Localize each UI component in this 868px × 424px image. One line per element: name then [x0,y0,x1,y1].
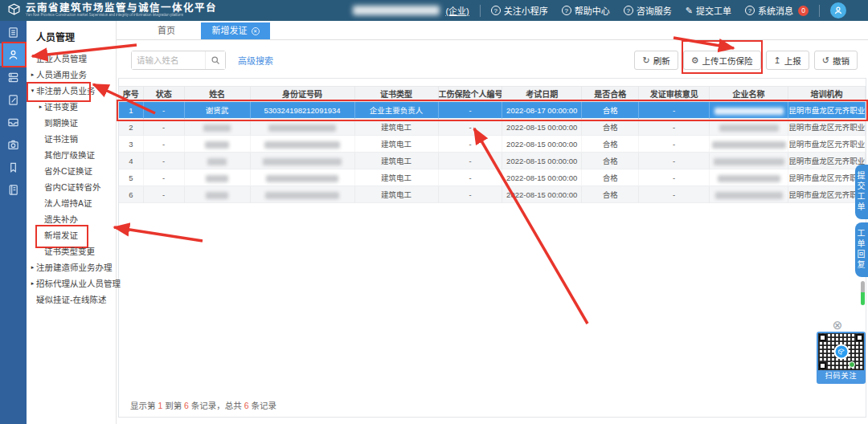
sidebar-item-label: 人员通用业务 [36,67,87,83]
tab-close-icon[interactable]: ✕ [252,27,260,35]
upload-insurance-button[interactable]: ⚙上传工伤保险 [683,51,761,70]
table-cell: 合格 [582,119,640,136]
table-cell: 2022-08-15 00:00:00 [502,119,581,136]
search-input[interactable] [132,51,205,69]
table-cell: - [144,136,185,153]
table-cell [185,169,251,186]
sidebar-item[interactable]: 新增发证 [27,227,116,243]
pagination-text: 到第 [162,401,184,410]
header-nav-help-center[interactable]: ?帮助中心 [562,4,610,17]
sidebar-item[interactable]: 其他厅级换证 [27,147,116,163]
column-header: 状态 [144,86,185,102]
user-org-link[interactable]: (企业) [445,4,469,17]
report-button[interactable]: ↥上报 [766,51,809,70]
table-cell: 2022-08-15 00:00:00 [502,169,581,186]
search-icon[interactable] [205,51,225,69]
header-nav-consult-service[interactable]: ?咨询服务 [624,4,672,17]
table-cell: 合格 [582,136,640,153]
sidebar-item-label: 证书注销 [44,131,78,147]
sidebar-item[interactable]: ▾非注册人员业务 [27,83,116,99]
upload-icon: ↥ [774,55,781,66]
iconbar-item-doc-edit-icon[interactable] [0,88,27,111]
table-row[interactable]: 4-建筑电工-2022-08-15 00:00:00合格-昆明市盘龙区元齐职业.… [119,153,866,169]
table-row[interactable]: 1-谢贤武530324198212091934企业主要负责人-2022-08-1… [119,102,866,119]
sidebar-item[interactable]: 证书类型变更 [27,243,116,259]
sidebar-item[interactable]: ▸注册建造师业务办理 [27,259,116,275]
sidebar-item-label: 遗失补办 [44,211,78,227]
sidebar-item[interactable]: 法人增持A证 [27,195,116,211]
doc-edit-icon [7,94,19,106]
submit-ticket-tab[interactable]: 提交工单 [855,165,868,219]
sidebar-item[interactable]: ▸人员通用业务 [27,67,116,83]
iconbar-item-layers-icon[interactable] [0,66,27,88]
sidebar-item-label: 注册建造师业务办理 [36,259,113,275]
table-cell: 6 [119,186,144,203]
header-divider [480,5,481,17]
refresh-icon: ↻ [642,55,649,66]
column-header: 发证审核意见 [639,86,709,102]
sidebar-item-label: 到期换证 [44,115,78,131]
sidebar-item-label: 招标代理从业人员管理 [36,275,121,292]
advanced-search-link[interactable]: 高级搜索 [238,54,273,67]
top-header: 云南省建筑市场监管与诚信一体化平台 Yun Nan Province Const… [0,0,868,21]
table-cell: - [639,186,709,203]
qr-corner [819,334,826,341]
sidebar-item[interactable]: 到期换证 [27,115,116,131]
table-cell: - [144,119,185,136]
sidebar-item-label: 企业人员管理 [36,51,87,67]
user-avatar[interactable] [830,2,846,18]
tab-new-certificate[interactable]: 新增发证✕ [201,22,270,39]
table-cell [251,136,355,153]
pagination-text: 条记录，总共 [189,401,244,410]
refresh-button[interactable]: ↻刷新 [634,51,678,70]
sidebar-item[interactable]: 企业人员管理 [27,51,116,67]
sidebar-item[interactable]: 省内C证转省外 [27,179,116,195]
sidebar-item-label: 省内C证转省外 [44,179,101,195]
sidebar-item[interactable]: ▸证书变更 [27,99,116,115]
sidebar-item[interactable]: ▸招标代理从业人员管理 [27,275,116,292]
iconbar-item-mailbox-icon[interactable] [0,111,27,133]
search-box [131,51,226,70]
iconbar-item-person-icon[interactable] [0,43,27,66]
header-nav-system-message[interactable]: ?系统消息0 [745,4,809,17]
header-divider [819,5,820,17]
sidebar-item[interactable]: 证书注销 [27,131,116,147]
table-row[interactable]: 3-建筑电工-2022-08-15 00:00:00合格-昆明市盘龙区元齐职业.… [119,136,866,153]
iconbar-item-camera-icon[interactable] [0,133,27,156]
app-root: 云南省建筑市场监管与诚信一体化平台 Yun Nan Province Const… [0,0,868,424]
table-cell [710,186,788,203]
iconbar-item-doc-list-icon[interactable] [0,21,27,43]
redacted-text [203,124,231,132]
column-header: 工伤保险个人编号 [439,86,503,102]
sidebar-item[interactable]: 遗失补办 [27,211,116,227]
iconbar-item-bookmark-icon[interactable] [0,156,27,178]
iconbar-item-notebook-icon[interactable] [0,178,27,201]
table-row[interactable]: 6-建筑电工-2022-08-15 00:00:00合格-昆明市盘龙区元齐职业.… [119,186,866,203]
column-header: 企业名称 [710,86,788,102]
tab-home[interactable]: 首页 [132,22,201,39]
table-cell: 谢贤武 [185,102,251,119]
redacted-text [718,175,780,182]
sidebar-item[interactable]: 省外C证换证 [27,163,116,179]
qr-center-logo-icon [833,344,849,360]
qr-close-icon[interactable]: ⊗ [831,319,844,332]
header-nav-submit-ticket[interactable]: ✎提交工单 [686,4,731,17]
revoke-button[interactable]: ↺撤销 [814,51,858,70]
ticket-reply-tab[interactable]: 工单回复 [855,222,868,277]
chevron-right-icon: ▸ [37,99,44,115]
sidebar-item[interactable]: 疑似挂证-在线陈述 [27,292,116,308]
table-cell: 建筑电工 [355,186,439,203]
table-header-row: 序号状态姓名身份证号码证书类型工伤保险个人编号考试日期是否合格发证审核意见企业名… [119,86,866,102]
header-nav-follow-miniprogram[interactable]: ?关注小程序 [491,4,548,17]
redacted-text [205,141,229,149]
pagination-text: 条记录 [249,401,276,410]
scroll-indicator[interactable] [861,281,865,305]
table-cell [710,169,788,186]
table-body: 1-谢贤武530324198212091934企业主要负责人-2022-08-1… [119,102,866,203]
qr-code-image [818,333,864,370]
table-cell: 2022-08-15 00:00:00 [502,136,581,153]
gear-icon: ⚙ [691,55,699,66]
table-cell: - [639,119,709,136]
table-row[interactable]: 2-建筑电工-2022-08-15 00:00:00合格-昆明市盘龙区元齐职业.… [119,119,866,136]
table-row[interactable]: 5-建筑电工-2022-08-15 00:00:00合格-昆明市盘龙区元齐职业.… [119,169,866,186]
